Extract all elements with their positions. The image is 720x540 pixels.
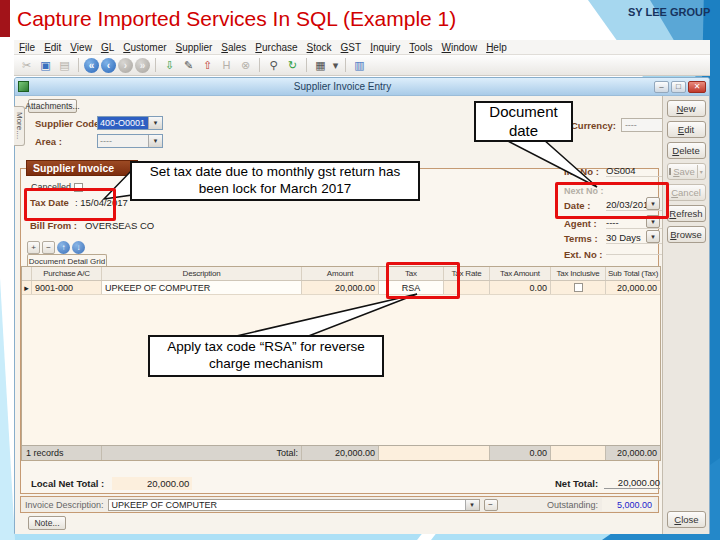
chevron-down-icon[interactable]: ▾ bbox=[148, 135, 162, 147]
tax-inclusive-checkbox[interactable] bbox=[574, 283, 583, 292]
menu-supplier[interactable]: Supplier bbox=[176, 42, 213, 53]
menu-stock[interactable]: Stock bbox=[307, 42, 332, 53]
close-button[interactable]: Close bbox=[667, 511, 706, 528]
cancel-button[interactable]: Cancel bbox=[667, 184, 706, 201]
cancel-icon[interactable]: ⊗ bbox=[237, 57, 254, 73]
chevron-down-icon[interactable]: ▾ bbox=[465, 500, 479, 510]
shrink-description-button[interactable]: − bbox=[484, 499, 498, 511]
browse-button[interactable]: Browse bbox=[667, 226, 706, 243]
cell-description[interactable]: UPKEEP OF COMPUTER bbox=[102, 281, 302, 294]
col-tax-amount[interactable]: Tax Amount bbox=[490, 267, 551, 280]
document-date-annotation: Document date bbox=[474, 101, 573, 142]
bill-from-row: Bill From : OVERSEAS CO bbox=[30, 220, 154, 231]
move-down-icon[interactable]: ↓ bbox=[72, 241, 85, 254]
menu-purchase[interactable]: Purchase bbox=[255, 42, 297, 53]
refresh-icon[interactable]: ↻ bbox=[284, 57, 301, 73]
area-select[interactable]: ---- ▾ bbox=[97, 134, 163, 148]
save-button[interactable]: Save ▾ bbox=[667, 163, 706, 180]
save-icon[interactable]: H bbox=[218, 57, 235, 73]
cancelled-row: Cancelled bbox=[31, 182, 83, 192]
new-button[interactable]: New bbox=[667, 100, 706, 117]
more-tab[interactable]: More.... bbox=[14, 106, 25, 146]
nav-first-icon[interactable]: « bbox=[84, 58, 99, 73]
print-dropdown-icon[interactable]: ▾ bbox=[331, 57, 340, 73]
agent-dropdown-icon[interactable]: ▾ bbox=[646, 215, 660, 228]
inv-no-value[interactable]: OS004 bbox=[606, 165, 662, 177]
col-tax-inclusive[interactable]: Tax Inclusive bbox=[551, 267, 606, 280]
menu-tools[interactable]: Tools bbox=[409, 42, 432, 53]
copy-icon[interactable]: ▣ bbox=[37, 57, 54, 73]
menu-help[interactable]: Help bbox=[486, 42, 507, 53]
close-icon[interactable]: ✕ bbox=[688, 81, 706, 93]
bill-from-label: Bill From : bbox=[30, 220, 77, 231]
chevron-down-icon[interactable]: ▾ bbox=[148, 117, 162, 129]
grid-indicator-header bbox=[22, 267, 32, 280]
add-row-icon[interactable]: + bbox=[27, 241, 40, 254]
side-button-panel: New Edit Delete Save ▾ Cancel Refresh Br… bbox=[662, 96, 709, 534]
menu-view[interactable]: View bbox=[70, 42, 92, 53]
toolbar-separator bbox=[259, 58, 260, 72]
local-net-total-row: Local Net Total : 20,000.00 bbox=[31, 477, 192, 490]
date-dropdown-icon[interactable]: ▾ bbox=[646, 197, 660, 210]
col-amount[interactable]: Amount bbox=[302, 267, 379, 280]
window-titlebar[interactable]: Supplier Invoice Entry – □ ✕ bbox=[15, 78, 709, 96]
tax-date-value[interactable]: : 15/04/2017 bbox=[75, 197, 128, 208]
page-title: Capture Imported Services In SQL (Exampl… bbox=[17, 7, 456, 31]
col-tax[interactable]: Tax bbox=[379, 267, 444, 280]
cancelled-checkbox[interactable] bbox=[74, 183, 83, 192]
col-description[interactable]: Description bbox=[102, 267, 302, 280]
cell-sub-total[interactable]: 20,000.00 bbox=[606, 281, 660, 294]
cancelled-label: Cancelled bbox=[31, 182, 71, 192]
col-purchase-ac[interactable]: Purchase A/C bbox=[32, 267, 102, 280]
menu-window[interactable]: Window bbox=[442, 42, 478, 53]
maximize-icon[interactable]: □ bbox=[671, 81, 686, 93]
move-up-icon[interactable]: ↑ bbox=[57, 241, 70, 254]
inv-no-row: Inv No : OS004 bbox=[564, 165, 662, 177]
cell-amount[interactable]: 20,000.00 bbox=[302, 281, 379, 294]
minimize-icon[interactable]: – bbox=[654, 81, 669, 93]
menu-inquiry[interactable]: Inquiry bbox=[370, 42, 400, 53]
menu-gl[interactable]: GL bbox=[101, 42, 114, 53]
col-tax-rate[interactable]: Tax Rate bbox=[444, 267, 490, 280]
cut-icon[interactable]: ✂ bbox=[18, 57, 35, 73]
print-icon[interactable]: ▦ bbox=[312, 57, 329, 73]
next-no-row: Next No : bbox=[564, 186, 604, 196]
search-icon[interactable]: ⚲ bbox=[265, 57, 282, 73]
preview-icon[interactable]: ▥ bbox=[351, 57, 368, 73]
currency-row: Currency: ---- bbox=[571, 118, 665, 132]
attachments-button[interactable]: Attachments... bbox=[28, 99, 77, 113]
col-sub-total[interactable]: Sub Total (Tax) bbox=[606, 267, 660, 280]
import-icon[interactable]: ⇩ bbox=[161, 57, 178, 73]
cell-tax-rate[interactable] bbox=[444, 281, 490, 294]
menu-customer[interactable]: Customer bbox=[123, 42, 166, 53]
menu-file[interactable]: File bbox=[19, 42, 35, 53]
nav-prev-icon[interactable]: ‹ bbox=[101, 58, 116, 73]
delete-row-icon[interactable]: − bbox=[42, 241, 55, 254]
menu-edit[interactable]: Edit bbox=[44, 42, 61, 53]
ext-no-value[interactable] bbox=[606, 254, 662, 255]
menu-sales[interactable]: Sales bbox=[221, 42, 246, 53]
table-row[interactable]: ▸ 9001-000 UPKEEP OF COMPUTER 20,000.00 … bbox=[22, 281, 660, 295]
ext-no-label: Ext. No : bbox=[564, 249, 606, 260]
export-icon[interactable]: ⇧ bbox=[199, 57, 216, 73]
refresh-button[interactable]: Refresh bbox=[667, 205, 706, 222]
menu-gst[interactable]: GST bbox=[341, 42, 362, 53]
save-dropdown-icon[interactable]: ▾ bbox=[697, 165, 703, 178]
currency-field[interactable]: ---- bbox=[621, 118, 665, 132]
edit-doc-icon[interactable]: ✎ bbox=[180, 57, 197, 73]
delete-button[interactable]: Delete bbox=[667, 142, 706, 159]
edit-button[interactable]: Edit bbox=[667, 121, 706, 138]
cell-tax[interactable]: RSA bbox=[379, 281, 444, 294]
cell-tax-amount[interactable]: 0.00 bbox=[490, 281, 551, 294]
invoice-description-input[interactable]: UPKEEP OF COMPUTER ▾ bbox=[108, 499, 480, 511]
bill-from-value[interactable]: OVERSEAS CO bbox=[85, 220, 154, 231]
toolbar-separator bbox=[155, 58, 156, 72]
invoice-window: Supplier Invoice Entry – □ ✕ Attachments… bbox=[14, 77, 710, 534]
supplier-code-select[interactable]: 400-O0001 ▾ bbox=[97, 116, 163, 130]
nav-last-icon[interactable]: » bbox=[135, 58, 150, 73]
paste-icon[interactable]: ▤ bbox=[56, 57, 73, 73]
note-button[interactable]: Note... bbox=[28, 516, 66, 530]
cell-purchase-ac[interactable]: 9001-000 bbox=[32, 281, 102, 294]
nav-next-icon[interactable]: › bbox=[118, 58, 133, 73]
terms-dropdown-icon[interactable]: ▾ bbox=[646, 230, 660, 243]
